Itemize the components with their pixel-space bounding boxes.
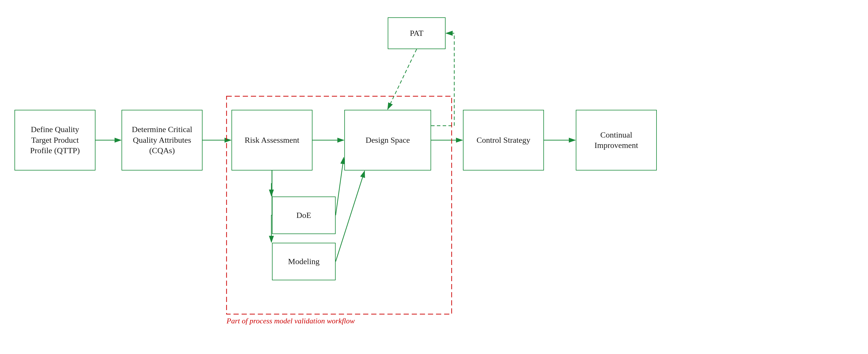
qtpp-box: Define QualityTarget ProductProfile (QTT…: [14, 110, 95, 171]
risk-box: Risk Assessment: [231, 110, 312, 171]
modeling-label: Modeling: [288, 256, 320, 267]
qtpp-label: Define QualityTarget ProductProfile (QTT…: [30, 124, 80, 156]
continual-improvement-label: ContinualImprovement: [595, 130, 638, 151]
cqa-box: Determine CriticalQuality Attributes(CQA…: [122, 110, 203, 171]
risk-label: Risk Assessment: [245, 135, 299, 145]
pat-box: PAT: [388, 17, 445, 49]
cqa-label: Determine CriticalQuality Attributes(CQA…: [132, 124, 192, 156]
svg-line-9: [336, 171, 365, 261]
design-space-label: Design Space: [365, 135, 410, 145]
doe-label: DoE: [296, 210, 311, 220]
pat-label: PAT: [410, 29, 423, 38]
modeling-box: Modeling: [272, 243, 336, 280]
svg-line-8: [336, 157, 344, 215]
svg-line-10: [388, 49, 416, 109]
doe-box: DoE: [272, 197, 336, 234]
validation-label: Part of process model validation workflo…: [226, 317, 355, 325]
control-strategy-label: Control Strategy: [476, 135, 530, 145]
control-strategy-box: Control Strategy: [463, 110, 544, 171]
continual-improvement-box: ContinualImprovement: [576, 110, 657, 171]
arrows-svg: [0, 0, 868, 354]
diagram-container: Define QualityTarget ProductProfile (QTT…: [0, 0, 868, 354]
design-space-box: Design Space: [344, 110, 431, 171]
